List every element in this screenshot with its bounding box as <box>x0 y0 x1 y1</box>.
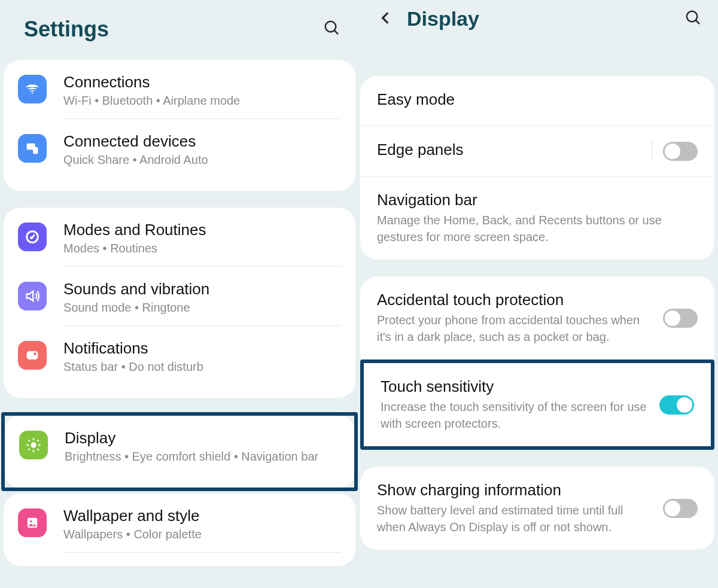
settings-item-connected-devices[interactable]: Connected devices Quick Share • Android … <box>4 119 355 191</box>
d-sub: Show battery level and estimated time un… <box>377 502 655 535</box>
setting-text: Notifications Status bar • Do not distur… <box>63 339 341 385</box>
item-title: Notifications <box>63 339 341 358</box>
setting-text: Connected devices Quick Share • Android … <box>63 132 341 178</box>
d-sub: Protect your phone from accidental touch… <box>377 312 655 345</box>
display-title: Display <box>407 7 671 31</box>
svg-point-7 <box>31 442 36 447</box>
svg-line-13 <box>37 449 38 450</box>
charging-info-toggle[interactable] <box>663 499 698 518</box>
d-title: Show charging information <box>377 481 655 499</box>
d-title: Accidental touch protection <box>377 291 655 309</box>
d-title: Easy mode <box>377 90 689 109</box>
accidental-touch-toggle[interactable] <box>663 309 698 328</box>
settings-item-display[interactable]: Display Brightness • Eye comfort shield … <box>5 416 354 488</box>
svg-line-14 <box>28 449 29 450</box>
sound-icon <box>18 282 47 310</box>
display-item-easy-mode[interactable]: Easy mode <box>360 76 714 126</box>
separator <box>652 141 652 162</box>
settings-group-modes: Modes and Routines Modes • Routines Soun… <box>4 208 355 398</box>
setting-text: Modes and Routines Modes • Routines <box>63 221 341 267</box>
settings-group-connections: Connections Wi-Fi • Bluetooth • Airplane… <box>4 60 355 191</box>
item-title: Connected devices <box>63 132 341 151</box>
item-subtitle: Wallpapers • Color palette <box>63 528 341 541</box>
routines-icon <box>18 223 47 251</box>
settings-title: Settings <box>24 17 109 42</box>
wifi-icon <box>18 75 47 103</box>
settings-group-wallpaper: Wallpaper and style Wallpapers • Color p… <box>4 493 355 566</box>
settings-item-sounds[interactable]: Sounds and vibration Sound mode • Ringto… <box>4 267 355 326</box>
display-item-charging-info[interactable]: Show charging information Show battery l… <box>360 467 714 550</box>
display-group-touch: Touch sensitivity Increase the touch sen… <box>364 363 711 446</box>
display-group-1: Easy mode Edge panels Navigation bar Man… <box>360 76 714 260</box>
item-title: Sounds and vibration <box>63 280 341 298</box>
touch-sensitivity-toggle[interactable] <box>659 395 694 415</box>
highlight-touch-sensitivity: Touch sensitivity Increase the touch sen… <box>360 359 714 450</box>
settings-pane: Settings Connections Wi-Fi • Bluetooth •… <box>0 0 359 588</box>
settings-item-connections[interactable]: Connections Wi-Fi • Bluetooth • Airplane… <box>4 60 355 119</box>
settings-group-display: Display Brightness • Eye comfort shield … <box>5 416 354 488</box>
setting-text: Sounds and vibration Sound mode • Ringto… <box>63 280 341 326</box>
svg-rect-5 <box>27 351 38 359</box>
devices-icon <box>18 134 47 163</box>
d-title: Navigation bar <box>377 191 689 209</box>
settings-item-wallpaper[interactable]: Wallpaper and style Wallpapers • Color p… <box>4 493 355 566</box>
settings-item-notifications[interactable]: Notifications Status bar • Do not distur… <box>4 326 355 398</box>
svg-point-0 <box>325 22 336 32</box>
item-subtitle: Status bar • Do not disturb <box>63 360 341 374</box>
item-subtitle: Modes • Routines <box>63 242 341 255</box>
svg-line-15 <box>37 440 38 441</box>
settings-item-modes[interactable]: Modes and Routines Modes • Routines <box>4 208 355 267</box>
display-group-2: Accidental touch protection Protect your… <box>360 276 714 359</box>
setting-text: Connections Wi-Fi • Bluetooth • Airplane… <box>63 73 341 119</box>
svg-line-1 <box>334 31 338 34</box>
d-sub: Increase the touch sensitivity of the sc… <box>381 398 651 432</box>
highlight-display: Display Brightness • Eye comfort shield … <box>1 412 358 491</box>
d-sub: Manage the Home, Back, and Recents butto… <box>377 212 689 245</box>
d-title: Touch sensitivity <box>381 377 651 396</box>
display-item-touch-sensitivity[interactable]: Touch sensitivity Increase the touch sen… <box>364 363 711 446</box>
display-item-accidental-touch[interactable]: Accidental touch protection Protect your… <box>360 276 714 359</box>
display-item-navigation-bar[interactable]: Navigation bar Manage the Home, Back, an… <box>360 176 714 260</box>
notifications-icon <box>18 341 47 370</box>
back-icon[interactable] <box>378 10 394 28</box>
svg-line-19 <box>696 20 699 23</box>
svg-point-18 <box>687 11 698 22</box>
item-subtitle: Sound mode • Ringtone <box>63 301 341 315</box>
svg-rect-3 <box>33 147 38 154</box>
edge-panels-toggle[interactable] <box>663 142 698 161</box>
d-title: Edge panels <box>377 141 643 159</box>
item-title: Modes and Routines <box>63 221 341 239</box>
display-pane: Display Easy mode Edge panels Navigation… <box>359 0 718 588</box>
search-icon[interactable] <box>684 9 702 29</box>
wallpaper-icon <box>18 508 47 537</box>
item-title: Wallpaper and style <box>63 507 341 525</box>
settings-header: Settings <box>4 6 355 60</box>
item-subtitle: Brightness • Eye comfort shield • Naviga… <box>65 450 340 464</box>
setting-text: Display Brightness • Eye comfort shield … <box>65 429 340 474</box>
item-title: Display <box>65 429 340 447</box>
display-header: Display <box>360 0 714 48</box>
display-icon <box>19 431 48 459</box>
svg-line-12 <box>28 440 29 441</box>
item-subtitle: Wi-Fi • Bluetooth • Airplane mode <box>63 94 341 108</box>
svg-point-6 <box>34 352 36 355</box>
display-item-edge-panels[interactable]: Edge panels <box>360 126 714 176</box>
item-subtitle: Quick Share • Android Auto <box>63 153 341 167</box>
setting-text: Wallpaper and style Wallpapers • Color p… <box>63 507 341 553</box>
display-group-3: Show charging information Show battery l… <box>360 467 714 550</box>
search-icon[interactable] <box>323 19 341 39</box>
svg-point-17 <box>30 520 32 523</box>
item-title: Connections <box>63 73 341 92</box>
